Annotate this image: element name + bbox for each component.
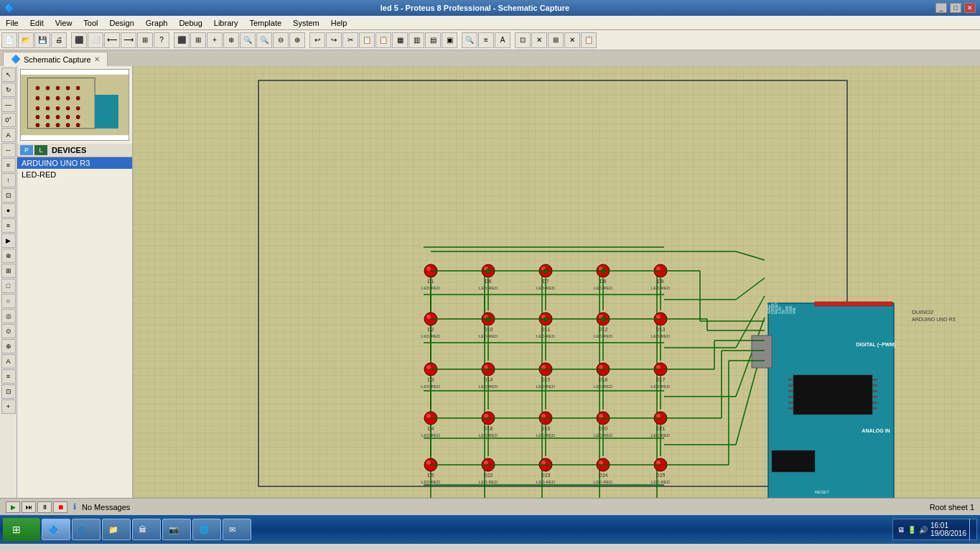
taskbar-explorer[interactable]: 📁 bbox=[102, 519, 131, 540]
st-move[interactable]: ↔ bbox=[1, 143, 16, 157]
menu-help[interactable]: Help bbox=[325, 17, 353, 29]
st-add[interactable]: + bbox=[1, 399, 16, 414]
start-button[interactable]: ⊞ bbox=[3, 518, 40, 541]
tb-f5[interactable]: 📋 bbox=[581, 32, 597, 48]
st-c1[interactable]: ≡ bbox=[1, 218, 16, 233]
tb-d1[interactable]: ↩ bbox=[309, 32, 325, 48]
device-item-arduino[interactable]: ARDUINO UNO R3 bbox=[17, 157, 132, 169]
show-desktop-button[interactable] bbox=[969, 519, 972, 540]
tb-b5[interactable]: ⊞ bbox=[137, 32, 153, 48]
st-c3[interactable]: ⊕ bbox=[1, 249, 16, 263]
tb-b3[interactable]: ⟵ bbox=[104, 32, 120, 48]
st-wire[interactable]: — bbox=[1, 98, 16, 112]
st-b1[interactable]: ≡ bbox=[1, 158, 16, 172]
tb-e2[interactable]: ≡ bbox=[478, 32, 494, 48]
tb-c3[interactable]: + bbox=[207, 32, 223, 48]
svg-rect-170 bbox=[872, 384, 877, 386]
st-c6[interactable]: ○ bbox=[1, 294, 16, 308]
tb-d8[interactable]: ▤ bbox=[425, 32, 441, 48]
st-c5[interactable]: □ bbox=[1, 279, 16, 293]
svg-point-15 bbox=[56, 106, 60, 111]
menu-design[interactable]: Design bbox=[104, 17, 140, 29]
menu-template[interactable]: Template bbox=[243, 17, 287, 29]
tb-new[interactable]: 📄 bbox=[1, 32, 17, 48]
st-b2[interactable]: ↑ bbox=[1, 173, 16, 187]
tab-schematic[interactable]: 🔷 Schematic Capture ✕ bbox=[3, 52, 108, 66]
st-c7[interactable]: ◎ bbox=[1, 309, 16, 323]
tb-open[interactable]: 📂 bbox=[18, 32, 34, 48]
tb-d7[interactable]: ▥ bbox=[409, 32, 424, 48]
taskbar-app3[interactable]: 🏛 bbox=[132, 519, 161, 540]
tb-c7[interactable]: ⊖ bbox=[273, 32, 289, 48]
tb-e3[interactable]: A bbox=[495, 32, 510, 48]
tb-d4[interactable]: 📋 bbox=[359, 32, 375, 48]
step-button[interactable]: ⏭ bbox=[22, 501, 36, 513]
play-button[interactable]: ▶ bbox=[6, 501, 20, 513]
st-label[interactable]: A bbox=[1, 128, 16, 142]
menu-library[interactable]: Library bbox=[208, 17, 244, 29]
schematic-area[interactable]: D1 LED-RED D6 LED-RED D7 LED-RED D8 bbox=[133, 66, 980, 498]
svg-rect-174 bbox=[872, 407, 877, 409]
tb-c5[interactable]: 🔍 bbox=[240, 32, 256, 48]
st-d1[interactable]: ≡ bbox=[1, 369, 16, 384]
svg-point-151 bbox=[599, 460, 603, 465]
svg-text:⊞: ⊞ bbox=[12, 524, 21, 535]
tb-f4[interactable]: ✕ bbox=[564, 32, 580, 48]
tb-b2[interactable]: ⬜ bbox=[88, 32, 103, 48]
tb-e1[interactable]: 🔍 bbox=[462, 32, 477, 48]
tb-save[interactable]: 💾 bbox=[34, 32, 50, 48]
tb-c1[interactable]: ⬛ bbox=[174, 32, 190, 48]
tb-d3[interactable]: ✂ bbox=[342, 32, 358, 48]
close-button[interactable]: ✕ bbox=[964, 3, 976, 13]
tb-d5[interactable]: 📋 bbox=[375, 32, 391, 48]
st-c4[interactable]: ⊞ bbox=[1, 264, 16, 278]
device-item-led[interactable]: LED-RED bbox=[17, 169, 132, 180]
window-controls[interactable]: _ □ ✕ bbox=[935, 3, 976, 13]
st-text[interactable]: A bbox=[1, 354, 16, 369]
tb-b6[interactable]: ? bbox=[154, 32, 169, 48]
st-c2[interactable]: ▶ bbox=[1, 233, 16, 248]
tb-f3[interactable]: ⊞ bbox=[548, 32, 564, 48]
tb-b4[interactable]: ⟶ bbox=[121, 32, 136, 48]
tb-b1[interactable]: ⬛ bbox=[71, 32, 87, 48]
minimize-button[interactable]: _ bbox=[935, 3, 947, 13]
stop-button[interactable]: ⏹ bbox=[53, 501, 67, 513]
tb-c2[interactable]: ⊞ bbox=[190, 32, 206, 48]
volume-icon: 🔊 bbox=[919, 526, 928, 534]
menu-view[interactable]: View bbox=[50, 17, 78, 29]
tb-c4[interactable]: ⊕ bbox=[223, 32, 239, 48]
menu-tool[interactable]: Tool bbox=[78, 17, 103, 29]
st-select[interactable]: ↖ bbox=[1, 68, 16, 82]
st-c8[interactable]: ⊙ bbox=[1, 324, 16, 338]
menu-debug[interactable]: Debug bbox=[173, 17, 207, 29]
tb-c8[interactable]: ⊕ bbox=[289, 32, 305, 48]
pause-button[interactable]: ⏸ bbox=[37, 501, 52, 513]
taskbar-email[interactable]: ✉ bbox=[223, 519, 251, 540]
tb-c6[interactable]: 🔍 bbox=[256, 32, 272, 48]
st-angle[interactable]: 0° bbox=[1, 113, 16, 127]
tb-d6[interactable]: ▦ bbox=[392, 32, 408, 48]
svg-rect-171 bbox=[872, 390, 877, 392]
st-c9[interactable]: ⊕ bbox=[1, 339, 16, 353]
taskbar-proteus[interactable]: 🔷 bbox=[42, 519, 70, 540]
menu-graph[interactable]: Graph bbox=[140, 17, 174, 29]
maximize-button[interactable]: □ bbox=[950, 3, 961, 13]
tab-close-button[interactable]: ✕ bbox=[94, 55, 100, 63]
st-rotate[interactable]: ↻ bbox=[1, 83, 16, 97]
taskbar-chrome[interactable]: 🌐 bbox=[192, 519, 221, 540]
tb-d9[interactable]: ▣ bbox=[442, 32, 457, 48]
menu-edit[interactable]: Edit bbox=[24, 17, 50, 29]
menu-system[interactable]: System bbox=[287, 17, 325, 29]
st-component[interactable]: ⊡ bbox=[1, 188, 16, 203]
taskbar-ie[interactable]: e bbox=[72, 519, 101, 540]
st-junction[interactable]: ● bbox=[1, 203, 16, 218]
tb-f2[interactable]: ✕ bbox=[531, 32, 547, 48]
simulation-controls: ▶ ⏭ ⏸ ⏹ bbox=[6, 501, 67, 513]
tb-print[interactable]: 🖨 bbox=[51, 32, 67, 48]
tb-d2[interactable]: ↪ bbox=[326, 32, 342, 48]
tb-f1[interactable]: ⊡ bbox=[515, 32, 531, 48]
st-d2[interactable]: ⊡ bbox=[1, 384, 16, 399]
menu-file[interactable]: File bbox=[0, 17, 24, 29]
taskbar-app4[interactable]: 📷 bbox=[162, 519, 191, 540]
windows-taskbar: ⊞ 🔷 e 📁 🏛 📷 🌐 ✉ 🖥 🔋 🔊 16:01 19/08/2016 bbox=[0, 515, 980, 544]
